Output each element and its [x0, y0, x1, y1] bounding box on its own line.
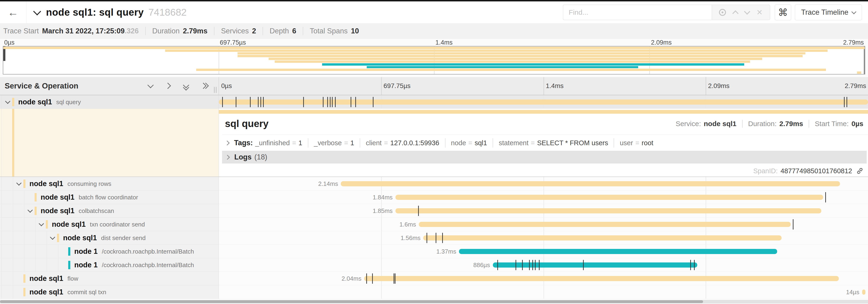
- expand-all-icon[interactable]: [200, 82, 208, 90]
- span-bar[interactable]: [862, 290, 865, 295]
- span-tree-cell[interactable]: node sql1batch flow coordinator: [0, 191, 219, 204]
- log-marker[interactable]: [323, 97, 323, 107]
- collapse-one-icon[interactable]: [147, 82, 154, 90]
- copy-link-icon[interactable]: [856, 167, 864, 175]
- chevron-down-icon[interactable]: [28, 207, 33, 213]
- log-marker[interactable]: [355, 97, 356, 107]
- log-marker[interactable]: [583, 260, 584, 270]
- span-row[interactable]: node sql1txn coordinator send1.6ms: [0, 217, 868, 231]
- log-marker[interactable]: [436, 233, 436, 243]
- span-bar[interactable]: [493, 263, 697, 268]
- log-marker[interactable]: [694, 260, 695, 270]
- span-tree-cell[interactable]: node sql1sql query: [0, 95, 219, 109]
- span-row[interactable]: node sql1batch flow coordinator1.84ms: [0, 191, 868, 204]
- log-marker[interactable]: [263, 97, 264, 107]
- log-marker[interactable]: [516, 260, 516, 270]
- span-detail-bar[interactable]: [219, 110, 868, 114]
- log-marker[interactable]: [222, 97, 223, 107]
- log-marker[interactable]: [327, 97, 328, 107]
- span-bar[interactable]: [219, 99, 868, 105]
- chevron-down-icon[interactable]: [50, 234, 55, 240]
- horizontal-scrollbar[interactable]: [0, 300, 868, 304]
- span-bar[interactable]: [341, 181, 840, 186]
- log-marker[interactable]: [395, 273, 396, 284]
- span-tree-cell[interactable]: node sql1flow: [0, 272, 219, 285]
- log-marker[interactable]: [250, 97, 251, 107]
- log-marker[interactable]: [522, 260, 523, 270]
- log-marker[interactable]: [330, 97, 331, 107]
- minimap-canvas[interactable]: [3, 46, 865, 74]
- find-input[interactable]: [563, 5, 712, 20]
- expand-one-icon[interactable]: [165, 82, 172, 90]
- log-marker[interactable]: [260, 97, 261, 107]
- log-marker[interactable]: [442, 233, 443, 243]
- chevron-down-icon[interactable]: [33, 7, 41, 15]
- clear-search-icon[interactable]: ✕: [756, 9, 763, 16]
- log-marker[interactable]: [335, 97, 336, 107]
- span-tree-cell[interactable]: node sql1dist sender send: [0, 231, 219, 245]
- previous-match-icon[interactable]: [732, 10, 739, 16]
- chevron-down-icon[interactable]: [17, 180, 22, 185]
- focus-match-icon[interactable]: [719, 9, 726, 16]
- span-bar[interactable]: [423, 235, 782, 240]
- span-bar[interactable]: [396, 208, 821, 213]
- chevron-down-icon[interactable]: [39, 221, 44, 226]
- span-timeline-cell[interactable]: 1.6ms: [219, 217, 868, 231]
- span-tree-cell[interactable]: node sql1commit sql txn: [0, 285, 219, 299]
- log-marker[interactable]: [372, 273, 373, 284]
- log-marker[interactable]: [846, 97, 847, 107]
- span-row[interactable]: node 1/cockroach.roachpb.Internal/Batch1…: [0, 245, 868, 258]
- span-timeline-cell[interactable]: [219, 95, 868, 109]
- span-row[interactable]: node sql1sql query: [0, 95, 868, 109]
- span-row[interactable]: node sql1commit sql txn14µs: [0, 285, 868, 299]
- tags-accordion[interactable]: Tags: _unfinished=1_verbose=1client=127.…: [222, 137, 867, 149]
- log-marker[interactable]: [825, 192, 826, 202]
- log-marker[interactable]: [351, 97, 351, 107]
- log-marker[interactable]: [535, 260, 536, 270]
- log-marker[interactable]: [418, 206, 419, 216]
- span-timeline-cell[interactable]: 1.56ms: [219, 231, 868, 245]
- log-marker[interactable]: [532, 260, 533, 270]
- span-row[interactable]: node 1/cockroach.roachpb.Internal/Batch8…: [0, 258, 868, 272]
- log-marker[interactable]: [427, 233, 427, 243]
- span-timeline-cell[interactable]: 1.84ms: [219, 191, 868, 204]
- trace-timeline-dropdown[interactable]: Trace Timeline: [795, 4, 862, 20]
- span-tree-cell[interactable]: node sql1txn coordinator send: [0, 217, 219, 231]
- span-row[interactable]: node sql1consuming rows2.14ms: [0, 177, 868, 191]
- span-bar[interactable]: [459, 249, 777, 254]
- span-timeline-cell[interactable]: 2.04ms: [219, 272, 868, 285]
- log-marker[interactable]: [539, 260, 539, 270]
- log-marker[interactable]: [844, 97, 845, 107]
- span-tree-cell[interactable]: node 1/cockroach.roachpb.Internal/Batch: [0, 245, 219, 258]
- back-button[interactable]: ←: [0, 1, 26, 23]
- span-tree-cell[interactable]: node 1/cockroach.roachpb.Internal/Batch: [0, 258, 219, 272]
- log-marker[interactable]: [690, 260, 691, 270]
- span-timeline-cell[interactable]: 1.37ms: [219, 245, 868, 258]
- span-row[interactable]: node sql1colbatchscan1.85ms: [0, 204, 868, 217]
- log-marker[interactable]: [793, 219, 794, 230]
- span-timeline-cell[interactable]: 886µs: [219, 258, 868, 272]
- span-row[interactable]: node sql1dist sender send1.56ms: [0, 231, 868, 245]
- span-bar[interactable]: [396, 195, 823, 200]
- log-marker[interactable]: [497, 260, 498, 270]
- span-timeline-cell[interactable]: 1.85ms: [219, 204, 868, 217]
- collapse-all-icon[interactable]: [183, 82, 190, 90]
- log-marker[interactable]: [303, 97, 304, 107]
- logs-accordion[interactable]: Logs (18): [222, 151, 867, 163]
- column-resize-grip[interactable]: [213, 87, 218, 93]
- keyboard-shortcuts-button[interactable]: ⌘: [775, 4, 791, 20]
- span-tree-cell[interactable]: node sql1consuming rows: [0, 177, 219, 191]
- span-tree-cell[interactable]: node sql1colbatchscan: [0, 204, 219, 217]
- log-marker[interactable]: [394, 273, 394, 284]
- log-marker[interactable]: [258, 97, 258, 107]
- log-marker[interactable]: [236, 97, 237, 107]
- span-timeline-cell[interactable]: 14µs: [219, 285, 868, 299]
- span-bar[interactable]: [364, 276, 839, 281]
- log-marker[interactable]: [332, 97, 333, 107]
- log-marker[interactable]: [529, 260, 530, 270]
- chevron-down-icon[interactable]: [5, 99, 10, 104]
- span-timeline-cell[interactable]: 2.14ms: [219, 177, 868, 191]
- log-marker[interactable]: [373, 97, 373, 107]
- next-match-icon[interactable]: [744, 8, 750, 15]
- scrollbar-thumb[interactable]: [0, 300, 703, 303]
